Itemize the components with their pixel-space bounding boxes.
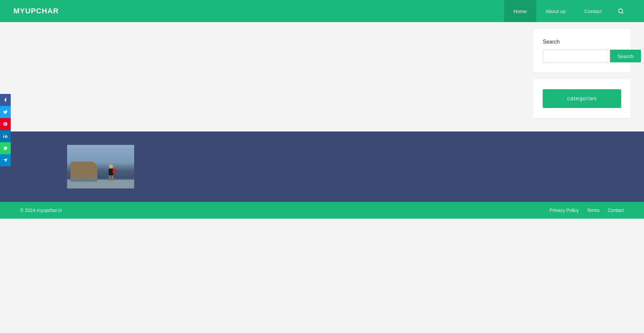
footer-links: Privacy Policy Terms Contact: [549, 208, 624, 213]
main-container: Search Search categories: [0, 22, 644, 131]
hiker-person: [108, 164, 114, 181]
social-sidebar: [0, 94, 11, 166]
whatsapp-share-button[interactable]: [0, 142, 11, 154]
privacy-policy-link[interactable]: Privacy Policy: [549, 208, 579, 213]
footer-dark: [0, 131, 644, 202]
hiker-water: [67, 178, 134, 188]
search-button[interactable]: Search: [610, 50, 641, 62]
hiker-leg-right: [112, 175, 113, 181]
nav-search-icon[interactable]: [611, 8, 631, 14]
copyright-text: © 2024 myupchar.in: [20, 208, 62, 213]
hiker-leg-left: [109, 175, 111, 181]
facebook-share-button[interactable]: [0, 94, 11, 106]
hiker-legs: [109, 175, 113, 181]
hiker-body: [109, 169, 113, 175]
hiker-image: [67, 145, 134, 188]
telegram-share-button[interactable]: [0, 154, 11, 166]
search-widget: Search Search: [533, 29, 631, 72]
header: MYUPCHAR Home About us Contact: [0, 0, 644, 22]
hiker-head: [109, 164, 113, 168]
main-nav: Home About us Contact: [504, 0, 631, 22]
site-logo[interactable]: MYUPCHAR: [13, 7, 59, 15]
twitter-share-button[interactable]: [0, 106, 11, 118]
content-area: [0, 29, 533, 125]
nav-home[interactable]: Home: [504, 0, 536, 22]
svg-line-1: [622, 12, 623, 13]
categories-widget: categories: [533, 79, 631, 118]
search-widget-label: Search: [543, 39, 621, 45]
nav-contact[interactable]: Contact: [575, 0, 611, 22]
pinterest-share-button[interactable]: [0, 118, 11, 130]
hiker-backpack: [113, 169, 116, 173]
nav-about[interactable]: About us: [536, 0, 575, 22]
contact-footer-link[interactable]: Contact: [608, 208, 624, 213]
terms-link[interactable]: Terms: [587, 208, 600, 213]
svg-point-2: [3, 134, 4, 135]
search-row: Search: [543, 50, 621, 62]
search-input[interactable]: [543, 50, 610, 62]
linkedin-share-button[interactable]: [0, 130, 11, 142]
categories-button[interactable]: categories: [543, 89, 621, 108]
sidebar-right: Search Search categories: [533, 29, 631, 125]
footer-bottom: © 2024 myupchar.in Privacy Policy Terms …: [0, 202, 644, 219]
